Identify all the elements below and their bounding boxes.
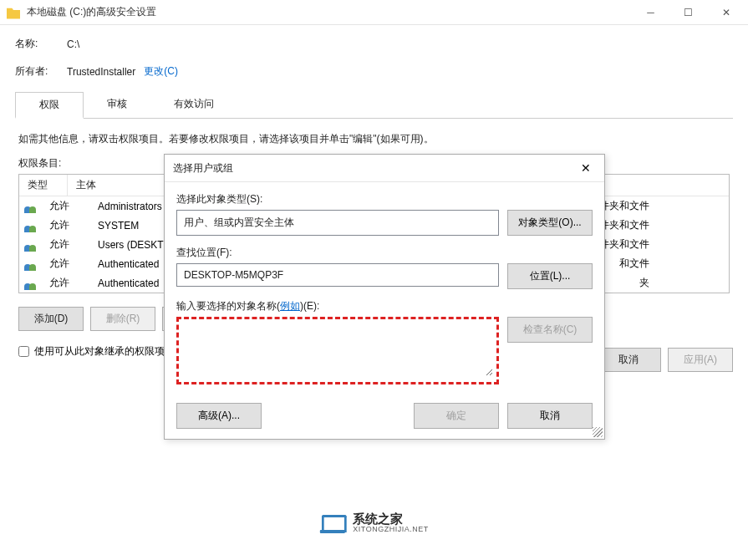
users-icon — [24, 238, 43, 252]
minimize-button[interactable]: ─ — [632, 1, 669, 24]
owner-value: TrustedInstaller — [67, 66, 135, 78]
advanced-button[interactable]: 高级(A)... — [176, 403, 262, 429]
owner-label: 所有者: — [15, 64, 67, 79]
object-type-row: 用户、组或内置安全主体 对象类型(O)... — [176, 210, 593, 236]
name-row: 名称: C:\ — [15, 37, 733, 51]
folder-icon — [7, 6, 20, 19]
window-controls: ─ ☐ ✕ — [632, 1, 745, 24]
dialog-cancel-button[interactable]: 取消 — [507, 403, 593, 429]
row-type: 允许 — [46, 276, 94, 290]
object-names-label: 输入要选择的对象名称(例如)(E): — [176, 299, 593, 313]
window-title: 本地磁盘 (C:)的高级安全设置 — [27, 5, 632, 19]
users-icon — [24, 257, 43, 271]
object-types-button[interactable]: 对象类型(O)... — [507, 210, 593, 236]
dialog-close-button[interactable]: ✕ — [576, 160, 596, 176]
example-link[interactable]: 例如 — [280, 300, 300, 312]
watermark-cn: 系统之家 — [353, 512, 428, 527]
dialog-body: 选择此对象类型(S): 用户、组或内置安全主体 对象类型(O)... 查找位置(… — [165, 182, 604, 403]
names-label-suffix: )(E): — [300, 300, 319, 312]
locations-button[interactable]: 位置(L)... — [507, 263, 593, 289]
tabs: 权限 审核 有效访问 — [15, 92, 733, 119]
dialog-titlebar: 选择用户或组 ✕ — [165, 155, 604, 182]
location-label: 查找位置(F): — [176, 246, 593, 260]
users-icon — [24, 200, 43, 213]
tab-effective[interactable]: 有效访问 — [150, 92, 237, 118]
name-label: 名称: — [15, 37, 67, 51]
location-row: DESKTOP-M5MQP3F 位置(L)... — [176, 263, 593, 289]
watermark-logo-icon — [319, 512, 346, 535]
close-button[interactable]: ✕ — [707, 1, 745, 24]
name-value: C:\ — [67, 38, 79, 50]
cancel-button[interactable]: 取消 — [596, 348, 661, 372]
row-type: 允许 — [46, 257, 94, 271]
col-type[interactable]: 类型 — [19, 175, 68, 196]
row-type: 允许 — [46, 237, 94, 252]
tab-permissions[interactable]: 权限 — [15, 92, 84, 119]
row-type: 允许 — [46, 218, 94, 232]
object-names-highlight — [176, 317, 499, 384]
names-label-prefix: 输入要选择的对象名称( — [176, 300, 280, 312]
location-field: DESKTOP-M5MQP3F — [176, 263, 499, 287]
dialog-footer: 高级(A)... 确定 取消 — [165, 403, 604, 439]
object-type-field: 用户、组或内置安全主体 — [176, 210, 499, 236]
titlebar: 本地磁盘 (C:)的高级安全设置 ─ ☐ ✕ — [0, 0, 748, 25]
object-names-row: 检查名称(C) — [176, 317, 593, 384]
instruction-text: 如需其他信息，请双击权限项目。若要修改权限项目，请选择该项目并单击"编辑"(如果… — [18, 132, 730, 146]
watermark-text: 系统之家 XITONGZHIJIA.NET — [353, 512, 428, 534]
object-type-label: 选择此对象类型(S): — [176, 192, 593, 206]
watermark: 系统之家 XITONGZHIJIA.NET — [319, 512, 428, 535]
replace-inheritance-checkbox[interactable] — [18, 346, 29, 357]
dialog-title: 选择用户或组 — [173, 161, 576, 176]
users-icon — [24, 219, 43, 232]
tab-audit[interactable]: 审核 — [84, 92, 150, 118]
owner-row: 所有者: TrustedInstaller 更改(C) — [15, 64, 733, 79]
resize-grip-icon[interactable] — [593, 427, 603, 437]
apply-button[interactable]: 应用(A) — [668, 348, 733, 372]
maximize-button[interactable]: ☐ — [669, 1, 707, 24]
remove-button[interactable]: 删除(R) — [90, 307, 155, 331]
change-owner-link[interactable]: 更改(C) — [144, 64, 178, 79]
users-icon — [24, 277, 43, 290]
add-button[interactable]: 添加(D) — [18, 307, 84, 331]
dialog-ok-button[interactable]: 确定 — [414, 403, 499, 429]
select-user-dialog: 选择用户或组 ✕ 选择此对象类型(S): 用户、组或内置安全主体 对象类型(O)… — [164, 154, 605, 440]
check-names-button[interactable]: 检查名称(C) — [507, 317, 593, 343]
object-names-input[interactable] — [182, 323, 493, 376]
watermark-en: XITONGZHIJIA.NET — [353, 526, 428, 534]
row-type: 允许 — [46, 199, 94, 213]
